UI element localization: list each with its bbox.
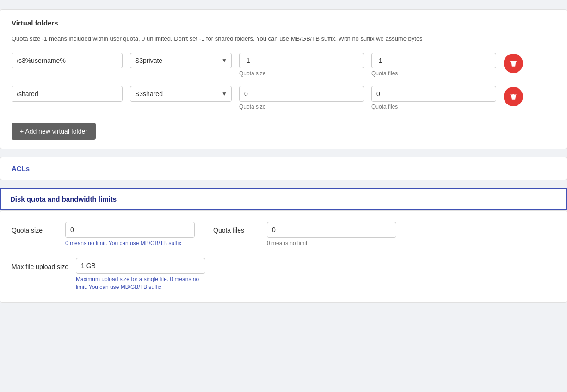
- quota-size-input[interactable]: [65, 222, 195, 238]
- vf-select-wrapper-1: S3private S3shared ▼: [130, 53, 232, 68]
- quota-files-label-2: Quota files: [371, 104, 496, 110]
- max-upload-label: Max file upload size: [12, 258, 68, 272]
- virtual-folders-info: Quota size -1 means included within user…: [12, 34, 555, 43]
- delete-vf-button-1[interactable]: [504, 54, 523, 73]
- add-virtual-folder-button[interactable]: + Add new virtual folder: [12, 123, 96, 140]
- vf-quota-size-group-1: Quota size: [239, 53, 364, 77]
- vf-folder-select-2[interactable]: S3shared S3private: [130, 86, 232, 102]
- acls-title: ACLs: [12, 165, 555, 172]
- trash-icon-1: [509, 59, 518, 67]
- virtual-folders-card: Virtual folders Quota size -1 means incl…: [0, 9, 567, 149]
- max-upload-row: Max file upload size Maximum upload size…: [12, 258, 555, 291]
- virtual-folders-title: Virtual folders: [12, 19, 555, 27]
- vf-quota-files-input-1[interactable]: [371, 53, 496, 68]
- quota-size-label-1: Quota size: [239, 70, 364, 77]
- quota-row: Quota size 0 means no limit. You can use…: [12, 222, 555, 247]
- max-upload-input[interactable]: [76, 258, 205, 274]
- max-upload-hint: Maximum upload size for a single file. 0…: [76, 276, 205, 291]
- acls-card: ACLs: [0, 157, 567, 180]
- quota-size-hint: 0 means no limit. You can use MB/GB/TB s…: [65, 239, 195, 247]
- quota-size-field-label: Quota size: [12, 222, 58, 234]
- quota-files-hint: 0 means no limit: [267, 239, 396, 247]
- quota-files-wrap: 0 means no limit: [267, 222, 396, 247]
- quota-size-group: Quota size 0 means no limit. You can use…: [12, 222, 195, 247]
- trash-icon-2: [509, 92, 518, 101]
- quota-files-input[interactable]: [267, 222, 396, 238]
- vf-quota-size-input-1[interactable]: [239, 53, 364, 68]
- quota-files-field-label: Quota files: [213, 222, 259, 234]
- disk-quota-section: Quota size 0 means no limit. You can use…: [0, 210, 567, 303]
- vf-path-input-1[interactable]: [12, 53, 123, 68]
- disk-quota-link[interactable]: Disk quota and bandwidth limits: [10, 195, 117, 203]
- virtual-folder-row-2: S3shared S3private ▼ Quota size Quota fi…: [12, 86, 555, 110]
- vf-quota-files-group-1: Quota files: [371, 53, 496, 77]
- quota-files-label-1: Quota files: [371, 70, 496, 77]
- vf-quota-size-input-2[interactable]: [239, 86, 364, 102]
- quota-size-label-2: Quota size: [239, 104, 364, 110]
- vf-quota-files-group-2: Quota files: [371, 86, 496, 110]
- vf-select-wrapper-2: S3shared S3private ▼: [130, 86, 232, 102]
- vf-quota-files-input-2[interactable]: [371, 86, 496, 102]
- disk-quota-link-card: Disk quota and bandwidth limits: [0, 188, 567, 210]
- vf-quota-size-group-2: Quota size: [239, 86, 364, 110]
- vf-path-input-2[interactable]: [12, 86, 123, 102]
- vf-folder-select-1[interactable]: S3private S3shared: [130, 53, 232, 68]
- delete-vf-button-2[interactable]: [504, 87, 523, 106]
- max-upload-wrap: Maximum upload size for a single file. 0…: [76, 258, 205, 291]
- quota-size-wrap: 0 means no limit. You can use MB/GB/TB s…: [65, 222, 195, 247]
- quota-files-group: Quota files 0 means no limit: [213, 222, 396, 247]
- virtual-folder-row-1: S3private S3shared ▼ Quota size Quota fi…: [12, 53, 555, 77]
